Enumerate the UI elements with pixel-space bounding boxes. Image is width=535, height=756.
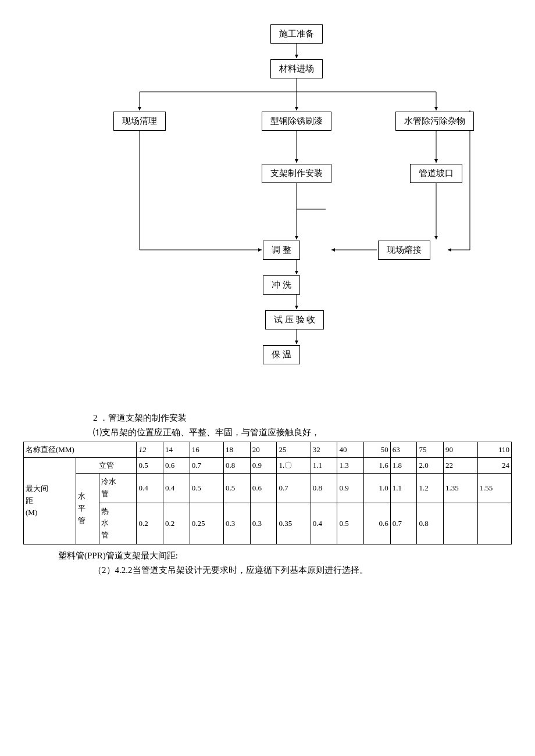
td-cold-label: 冷水 管 — [99, 474, 137, 503]
flow-connectors — [64, 23, 471, 395]
flow-node-pipe-clean: 水管除污除杂物 — [395, 112, 474, 131]
td-cold-7: 0.9 — [337, 474, 364, 503]
td-hot-12 — [477, 503, 511, 544]
section-2-point-1: ⑴支吊架的位置应正确、平整、牢固，与管道应接触良好， — [93, 427, 512, 438]
cold-l2: 管 — [101, 489, 109, 498]
flow-node-insulate: 保 温 — [263, 345, 300, 364]
td-lg-4: 0.9 — [250, 458, 277, 474]
td-cold-0: 0.4 — [137, 474, 163, 503]
td-lg-3: 0.8 — [224, 458, 251, 474]
td-lg-1: 0.6 — [163, 458, 190, 474]
flow-node-fuse: 现场熔接 — [378, 241, 430, 260]
td-hot-9: 0.7 — [390, 503, 417, 544]
td-lg-0: 0.5 — [137, 458, 163, 474]
th-d-12: 110 — [477, 442, 511, 458]
maxspan-l2: 距 — [26, 496, 33, 505]
td-cold-10: 1.2 — [417, 474, 444, 503]
td-hot-2: 0.25 — [190, 503, 223, 544]
th-d-7: 40 — [337, 442, 364, 458]
th-d-8: 50 — [364, 442, 391, 458]
td-lg-11: 22 — [444, 458, 477, 474]
hp-l3: 管 — [78, 516, 85, 525]
flow-node-bracket: 支架制作安装 — [262, 164, 331, 183]
section-2-point-2: （2）4.2.2当管道支吊架设计无要求时，应遵循下列基本原则进行选择。 — [93, 565, 512, 576]
spacing-table: 名称直径(MM) 12 14 16 18 20 25 32 40 50 63 7… — [23, 442, 512, 544]
td-lg-6: 1.1 — [311, 458, 337, 474]
td-lg-9: 1.8 — [390, 458, 417, 474]
td-lg-12: 24 — [477, 458, 511, 474]
table-header-row: 名称直径(MM) 12 14 16 18 20 25 32 40 50 63 7… — [24, 442, 512, 458]
td-cold-9: 1.1 — [390, 474, 417, 503]
hot-l1: 热 — [101, 507, 109, 515]
td-horizontal-label: 水 平 管 — [76, 474, 99, 544]
th-d-2: 16 — [190, 442, 223, 458]
th-d-1: 14 — [163, 442, 190, 458]
flow-node-material: 材料进场 — [270, 59, 323, 78]
hp-l1: 水 — [78, 492, 85, 500]
hot-l3: 管 — [101, 531, 109, 539]
td-lg-2: 0.7 — [190, 458, 223, 474]
td-hot-5: 0.35 — [277, 503, 311, 544]
flow-node-flush: 冲 洗 — [263, 275, 300, 295]
hot-l2: 水 — [101, 518, 109, 527]
td-hot-8: 0.6 — [364, 503, 391, 544]
td-lg-10: 2.0 — [417, 458, 444, 474]
td-maxspan-label: 最大间 距 (M) — [24, 458, 76, 544]
td-cold-1: 0.4 — [163, 474, 190, 503]
flow-node-bevel: 管道坡口 — [410, 164, 462, 183]
td-lg-5: 1.〇 — [277, 458, 311, 474]
th-d-11: 90 — [444, 442, 477, 458]
flowchart: 施工准备 材料进场 现场清理 型钢除锈刷漆 水管除污除杂物 支架制作安装 管道坡… — [64, 23, 471, 395]
table-row-cold: 水 平 管 冷水 管 0.4 0.4 0.5 0.5 0.6 0.7 0.8 0… — [24, 474, 512, 503]
td-cold-4: 0.6 — [250, 474, 277, 503]
flow-node-site-clean: 现场清理 — [113, 112, 166, 131]
td-cold-6: 0.8 — [311, 474, 337, 503]
td-cold-5: 0.7 — [277, 474, 311, 503]
flow-node-prep: 施工准备 — [270, 24, 323, 44]
th-name-diameter: 名称直径(MM) — [24, 442, 137, 458]
td-cold-8: 1.0 — [364, 474, 391, 503]
maxspan-l3: (M) — [26, 508, 37, 517]
td-hot-10: 0.8 — [417, 503, 444, 544]
th-d-10: 75 — [417, 442, 444, 458]
th-d-9: 63 — [390, 442, 417, 458]
td-hot-0: 0.2 — [137, 503, 163, 544]
hp-l2: 平 — [78, 504, 85, 513]
td-hot-label: 热 水 管 — [99, 503, 137, 544]
flow-node-test: 试 压 验 收 — [265, 310, 324, 329]
th-d-0: 12 — [137, 442, 163, 458]
section-2-title: 2 ．管道支架的制作安装 — [93, 413, 512, 424]
td-hot-4: 0.3 — [250, 503, 277, 544]
td-hot-3: 0.3 — [224, 503, 251, 544]
td-lg-label: 立管 — [76, 458, 137, 474]
th-d-3: 18 — [224, 442, 251, 458]
td-hot-6: 0.4 — [311, 503, 337, 544]
td-hot-7: 0.5 — [337, 503, 364, 544]
td-cold-12: 1.55 — [477, 474, 511, 503]
td-cold-11: 1.35 — [444, 474, 477, 503]
td-cold-2: 0.5 — [190, 474, 223, 503]
td-hot-11 — [444, 503, 477, 544]
th-d-6: 32 — [311, 442, 337, 458]
th-d-4: 20 — [250, 442, 277, 458]
cold-l1: 冷水 — [101, 477, 116, 486]
td-hot-1: 0.2 — [163, 503, 190, 544]
flow-node-steel-paint: 型钢除锈刷漆 — [262, 112, 331, 131]
maxspan-l1: 最大间 — [26, 484, 48, 493]
table-caption: 塑料管(PPR)管道支架最大间距: — [58, 550, 512, 561]
td-lg-7: 1.3 — [337, 458, 364, 474]
td-lg-8: 1.6 — [364, 458, 391, 474]
table-row-vertical: 最大间 距 (M) 立管 0.5 0.6 0.7 0.8 0.9 1.〇 1.1… — [24, 458, 512, 474]
th-d-5: 25 — [277, 442, 311, 458]
td-cold-3: 0.5 — [224, 474, 251, 503]
flow-node-adjust: 调 整 — [263, 241, 300, 260]
